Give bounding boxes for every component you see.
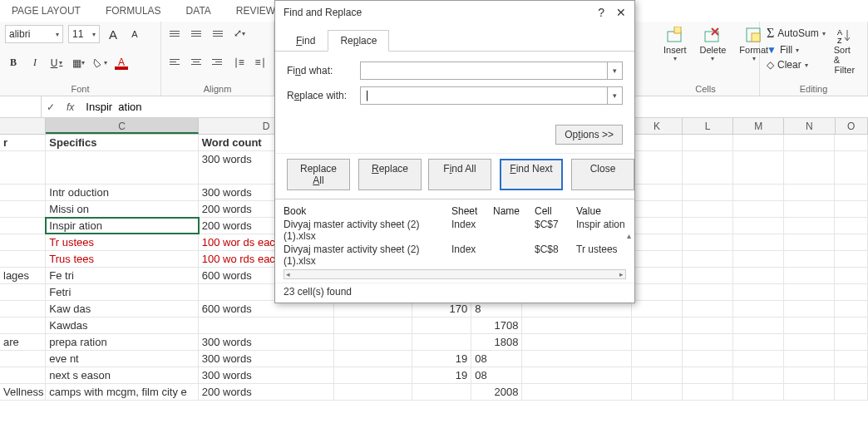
font-color-button[interactable]: A [113,55,130,71]
align-left-button[interactable] [166,54,183,71]
cell[interactable] [632,218,683,234]
dialog-titlebar[interactable]: Find and Replace ? ✕ [275,1,634,24]
cell[interactable] [835,284,868,300]
cell[interactable] [683,284,733,300]
results-header-cell[interactable]: Cell [535,205,576,217]
results-header-sheet[interactable]: Sheet [451,205,493,217]
cell[interactable] [835,135,868,150]
cell[interactable] [835,367,868,383]
cell[interactable] [784,384,835,400]
cell[interactable] [784,185,835,200]
replace-with-input[interactable]: ▾ [360,86,623,105]
cell[interactable] [334,367,412,383]
align-top-button[interactable] [166,25,183,42]
cell[interactable]: Missi on [46,201,198,217]
cell[interactable] [733,234,784,250]
cell[interactable] [0,367,46,383]
cell[interactable] [683,251,733,267]
col-header-k[interactable]: K [632,118,683,134]
find-all-button[interactable]: Find All [428,159,491,190]
cell[interactable]: next s eason [46,367,198,383]
results-header-name[interactable]: Name [493,205,535,217]
cell[interactable] [683,351,733,367]
increase-indent-button[interactable]: ≡∣ [252,54,269,71]
cell[interactable]: 300 words [199,367,335,383]
cell[interactable] [784,284,835,300]
cell[interactable] [412,384,471,400]
decrease-indent-button[interactable]: ∣≡ [230,54,247,71]
cell[interactable] [522,334,631,350]
tab-review[interactable]: REVIEW [231,3,280,18]
cell[interactable]: Vellness [0,384,46,400]
cell[interactable]: 1708 [471,317,522,333]
cell[interactable] [412,334,471,350]
cell[interactable] [412,317,471,333]
cell[interactable]: 19 [412,351,471,367]
cell[interactable]: eve nt [46,351,198,367]
cell[interactable] [784,135,835,150]
cell[interactable] [733,268,784,283]
tab-replace[interactable]: Replace [328,30,389,52]
cell[interactable] [0,218,46,234]
cell[interactable] [784,351,835,367]
col-header-n[interactable]: N [784,118,835,134]
results-header-book[interactable]: Book [284,205,451,217]
col-header-m[interactable]: M [733,118,784,134]
fill-button[interactable]: ▼Fill▾ [765,43,827,57]
cell[interactable] [0,201,46,217]
cell[interactable] [733,284,784,300]
cell[interactable]: Fe tri [46,268,198,283]
cell[interactable]: prepa ration [46,334,198,350]
cell[interactable] [199,317,335,333]
cell[interactable]: 300 words [199,334,335,350]
fill-color-button[interactable]: ▾ [91,55,108,71]
cell[interactable] [733,384,784,400]
cell[interactable]: Tr ustees [46,234,198,250]
cell[interactable] [683,185,733,200]
cell[interactable] [522,367,631,383]
cell[interactable] [632,317,683,333]
cell[interactable]: Specifics [46,135,198,150]
close-button[interactable]: Close [571,159,634,190]
cell[interactable] [0,185,46,200]
tab-find[interactable]: Find [284,30,328,52]
name-box[interactable] [0,96,42,117]
cell[interactable]: 2008 [471,384,522,400]
col-header[interactable] [0,118,46,134]
find-next-button[interactable]: Find Next [500,159,563,190]
cell[interactable] [683,201,733,217]
cell[interactable] [733,201,784,217]
replace-dropdown-icon[interactable]: ▾ [607,87,622,104]
formula-check-icon[interactable]: ✓ [42,101,60,113]
cell[interactable] [784,218,835,234]
results-header-value[interactable]: Value [576,205,626,217]
cell[interactable] [0,234,46,250]
cell[interactable] [632,135,683,150]
cell[interactable] [683,317,733,333]
clear-button[interactable]: ◇Clear▾ [765,58,827,71]
cell[interactable] [0,301,46,317]
cell[interactable] [784,268,835,283]
cell[interactable] [784,334,835,350]
cell[interactable]: 08 [471,367,522,383]
font-name-combo[interactable]: alibri▾ [5,25,63,43]
cell[interactable] [835,201,868,217]
cell[interactable] [632,185,683,200]
cell[interactable] [632,234,683,250]
cell[interactable] [522,384,631,400]
cell[interactable]: Intr oduction [46,185,198,200]
cell[interactable] [835,268,868,283]
cell[interactable] [632,251,683,267]
cell[interactable] [683,234,733,250]
cell[interactable]: are [0,334,46,350]
cell[interactable] [835,218,868,234]
cell[interactable] [683,334,733,350]
cell[interactable] [632,384,683,400]
cell[interactable] [632,268,683,283]
dialog-help-button[interactable]: ? [598,6,604,19]
find-what-input[interactable]: ▾ [360,62,623,80]
cell[interactable] [46,151,198,184]
cell[interactable] [784,367,835,383]
cell[interactable]: 300 words [199,351,335,367]
font-size-combo[interactable]: 11▾ [68,25,100,43]
